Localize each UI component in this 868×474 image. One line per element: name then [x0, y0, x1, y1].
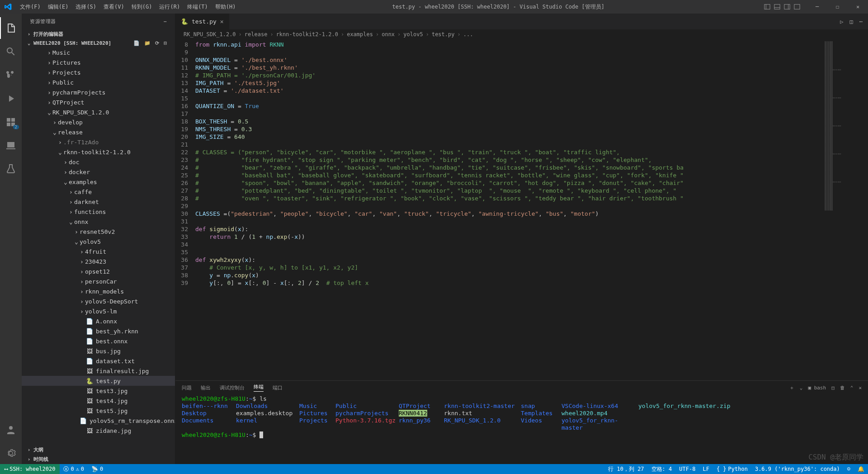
- tree-item[interactable]: ›functions: [22, 207, 175, 217]
- tree-item[interactable]: ⌄RK_NPU_SDK_1.2.0: [22, 107, 175, 117]
- encoding[interactable]: UTF-8: [675, 466, 699, 472]
- tree-item[interactable]: ⌄yolov5: [22, 237, 175, 246]
- indentation[interactable]: 空格: 4: [648, 465, 676, 473]
- new-file-icon[interactable]: 📄: [133, 40, 140, 46]
- panel-tab[interactable]: 端口: [273, 384, 283, 391]
- tree-item[interactable]: 🖼test5.jpg: [22, 406, 175, 416]
- open-editors-section[interactable]: ›打开的编辑器: [22, 29, 175, 39]
- menu-item[interactable]: 编辑(E): [44, 3, 72, 11]
- tree-item[interactable]: ›Music: [22, 47, 175, 57]
- maximize-panel-icon[interactable]: ⌃: [850, 385, 854, 391]
- remote-explorer-icon[interactable]: [0, 135, 22, 156]
- refresh-icon[interactable]: ⟳: [155, 40, 159, 46]
- timeline-section[interactable]: ›时间线: [22, 455, 175, 464]
- tree-item[interactable]: 📄A.onnx: [22, 316, 175, 326]
- tree-item[interactable]: ›opset12: [22, 266, 175, 276]
- tree-item[interactable]: ›rknn_models: [22, 286, 175, 296]
- tab-close-icon[interactable]: ✕: [220, 18, 224, 25]
- tree-item[interactable]: 📄best_yh.rknn: [22, 326, 175, 336]
- tree-item[interactable]: ›yolov5-lm: [22, 306, 175, 316]
- source-control-icon[interactable]: [0, 64, 22, 86]
- tree-item[interactable]: ›Pictures: [22, 57, 175, 67]
- file-tree[interactable]: ›Music›Pictures›Projects›Public›pycharmP…: [22, 47, 175, 445]
- panel-tab[interactable]: 问题: [182, 384, 192, 391]
- tree-item[interactable]: ⌄release: [22, 127, 175, 137]
- tree-item[interactable]: ›pycharmProjects: [22, 87, 175, 97]
- menu-item[interactable]: 选择(S): [72, 3, 100, 11]
- tree-item[interactable]: 🐍test.py: [22, 376, 175, 386]
- workspace-section[interactable]: ⌄WHEEL2020 [SSH: WHEEL2020] 📄 📁 ⟳ ⊟: [22, 39, 175, 47]
- problems-status[interactable]: ⓧ 0 ⚠ 0: [60, 465, 88, 473]
- tree-item[interactable]: 🖼finalresult.jpg: [22, 366, 175, 376]
- more-icon[interactable]: ⋯: [859, 19, 863, 25]
- tree-item[interactable]: ⌄examples: [22, 177, 175, 187]
- new-folder-icon[interactable]: 📁: [144, 40, 151, 46]
- close-button[interactable]: ✕: [848, 4, 868, 10]
- tree-item[interactable]: ⌄onnx: [22, 217, 175, 227]
- panel-tab[interactable]: 终端: [254, 384, 264, 392]
- search-icon[interactable]: [0, 41, 22, 62]
- accounts-icon[interactable]: [0, 419, 22, 441]
- menu-item[interactable]: 终端(T): [184, 3, 212, 11]
- tree-item[interactable]: ›personCar: [22, 276, 175, 286]
- tree-item[interactable]: ›4fruit: [22, 246, 175, 256]
- tree-item[interactable]: ⌄rknn-toolkit2-1.2.0: [22, 147, 175, 157]
- tree-item[interactable]: ›caffe: [22, 187, 175, 197]
- close-panel-icon[interactable]: ✕: [859, 385, 862, 391]
- terminal-dropdown-icon[interactable]: ⌄: [800, 385, 803, 391]
- tree-item[interactable]: ›230423: [22, 256, 175, 266]
- tree-item[interactable]: 📄best.onnx: [22, 336, 175, 346]
- tree-item[interactable]: ›Public: [22, 77, 175, 87]
- remote-indicator[interactable]: ⟷ SSH: wheel2020: [0, 464, 60, 474]
- settings-icon[interactable]: [0, 442, 22, 464]
- cursor-position[interactable]: 行 10，列 27: [604, 465, 647, 473]
- run-debug-icon[interactable]: [0, 88, 22, 109]
- tree-item[interactable]: ›Projects: [22, 67, 175, 77]
- tree-item[interactable]: 📄yolov5s_rm_transpose.onnx: [22, 416, 175, 426]
- terminal[interactable]: wheel2020@zfs-H81U:~$ lsbeifen---rknnDow…: [175, 394, 868, 464]
- tab-test-py[interactable]: 🐍 test.py ✕: [175, 14, 230, 29]
- kill-terminal-icon[interactable]: 🗑: [840, 385, 845, 391]
- tree-item[interactable]: ›doc: [22, 157, 175, 167]
- tree-item[interactable]: 🖼bus.jpg: [22, 346, 175, 356]
- breadcrumb[interactable]: RK_NPU_SDK_1.2.0 ›release ›rknn-toolkit2…: [175, 29, 868, 39]
- menu-item[interactable]: 查看(V): [100, 3, 128, 11]
- code-editor[interactable]: from rknn.api import RKNN ONNX_MODEL = '…: [195, 39, 823, 380]
- notifications-icon[interactable]: 🔔: [854, 466, 868, 472]
- tree-item[interactable]: ›darknet: [22, 197, 175, 207]
- menu-item[interactable]: 帮助(H): [212, 3, 240, 11]
- menu-item[interactable]: 转到(G): [128, 3, 156, 11]
- tree-item[interactable]: ›.fr-T1zAdo: [22, 137, 175, 147]
- menu-item[interactable]: 运行(R): [156, 3, 184, 11]
- new-terminal-icon[interactable]: ＋: [789, 384, 794, 391]
- sidebar-more-icon[interactable]: ⋯: [164, 19, 167, 24]
- minimap[interactable]: ████ ███ ██████ ████ ███ ██████ ████ ███…: [823, 39, 868, 380]
- panel-tab[interactable]: 输出: [201, 384, 211, 391]
- tree-item[interactable]: 🖼zidane.jpg: [22, 426, 175, 436]
- layout-controls[interactable]: [757, 4, 807, 10]
- python-interpreter[interactable]: 3.6.9 ('rknn_py36': conda): [751, 466, 844, 472]
- maximize-button[interactable]: ☐: [827, 4, 848, 10]
- panel-tab[interactable]: 调试控制台: [220, 384, 245, 391]
- split-terminal-icon[interactable]: ◫: [831, 385, 835, 391]
- collapse-icon[interactable]: ⊟: [164, 40, 167, 46]
- tree-item[interactable]: ›docker: [22, 167, 175, 177]
- tree-item[interactable]: ›yolov5-DeepSort: [22, 296, 175, 306]
- feedback-icon[interactable]: ☺: [844, 466, 854, 472]
- run-icon[interactable]: ▷: [840, 19, 843, 25]
- tree-item[interactable]: ›resnet50v2: [22, 227, 175, 237]
- tree-item[interactable]: 🖼test3.jpg: [22, 386, 175, 396]
- tree-item[interactable]: ›develop: [22, 117, 175, 127]
- ports-status[interactable]: 📡 0: [88, 466, 107, 472]
- tree-item[interactable]: ›QTProject: [22, 97, 175, 107]
- outline-section[interactable]: ›大纲: [22, 445, 175, 455]
- language-mode[interactable]: { } Python: [713, 466, 751, 472]
- extensions-icon[interactable]: 2: [0, 111, 22, 133]
- tree-item[interactable]: 🖼test4.jpg: [22, 396, 175, 406]
- menu-item[interactable]: 文件(F): [16, 3, 44, 11]
- explorer-icon[interactable]: [0, 17, 22, 39]
- tree-item[interactable]: 📄dataset.txt: [22, 356, 175, 366]
- minimize-button[interactable]: ─: [807, 4, 827, 10]
- split-editor-icon[interactable]: ◫: [850, 19, 853, 25]
- eol[interactable]: LF: [699, 466, 712, 472]
